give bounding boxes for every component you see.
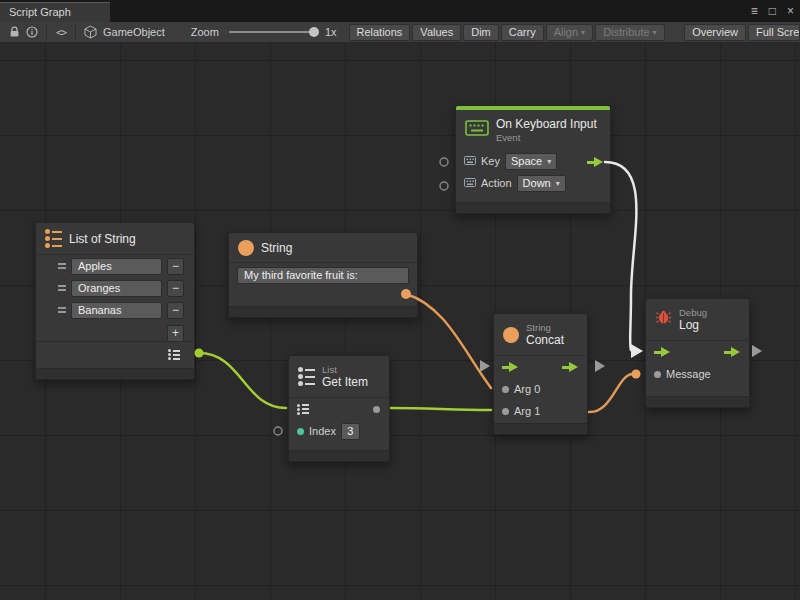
zoom-value: 1x — [325, 26, 337, 38]
item-output-port[interactable] — [373, 406, 380, 413]
arg0-input-row: Arg 0 — [494, 378, 587, 400]
tab-bar: Script Graph ≡ □ × — [0, 0, 800, 22]
list-type-icon — [168, 349, 180, 360]
zoom-label: Zoom — [191, 26, 219, 38]
fullscreen-button[interactable]: Full Screen — [748, 24, 800, 41]
list-type-icon — [297, 404, 309, 415]
distribute-button-label: Distribute — [603, 26, 649, 38]
node-title: List of String — [69, 232, 136, 246]
values-button[interactable]: Values — [412, 24, 461, 41]
arg1-input-row: Arg 1 — [494, 400, 587, 422]
align-button-label: Align — [554, 26, 578, 38]
add-item-button[interactable]: + — [167, 325, 184, 342]
chevron-down-icon: ▾ — [556, 179, 560, 188]
list-output-row — [36, 341, 194, 367]
flow-output-port[interactable] — [587, 157, 604, 168]
key-dropdown-value: Space — [511, 155, 542, 167]
node-footer — [36, 368, 194, 379]
node-category: Debug — [679, 307, 707, 318]
string-type-icon — [503, 327, 519, 343]
node-category: String — [526, 322, 564, 333]
arg0-input-port[interactable] — [502, 386, 509, 393]
node-title: On Keyboard Input — [496, 117, 597, 131]
node-title: Concat — [526, 333, 564, 347]
index-input-row: Index 3 — [289, 420, 389, 442]
node-string-literal[interactable]: String My third favorite fruit is: — [228, 232, 418, 318]
node-get-item[interactable]: List Get Item Index 3 — [288, 355, 390, 462]
edit-script-icon[interactable]: <> — [52, 24, 70, 40]
zoom-slider[interactable] — [229, 31, 317, 33]
unity-script-graph-window: Script Graph ≡ □ × <> GameObject Zoom 1x… — [0, 0, 800, 600]
chevron-down-icon: ▾ — [581, 28, 585, 37]
node-title: String — [261, 241, 292, 255]
key-dropdown[interactable]: Space ▾ — [505, 153, 557, 170]
remove-item-button[interactable]: − — [167, 302, 184, 319]
message-input-port[interactable] — [654, 371, 661, 378]
toolbar-separator — [75, 25, 76, 39]
unity-cube-icon — [81, 24, 99, 40]
pane-menu-icon[interactable]: ≡ — [751, 3, 758, 19]
action-dropdown-value: Down — [523, 177, 551, 189]
align-button[interactable]: Align ▾ — [546, 24, 593, 41]
info-icon[interactable] — [23, 24, 41, 40]
toolbar-separator — [46, 25, 47, 39]
tab-title: Script Graph — [9, 6, 71, 18]
index-input-port[interactable] — [297, 428, 304, 435]
node-on-keyboard-input[interactable]: On Keyboard Input Event Key Space ▾ Acti… — [455, 105, 611, 214]
graph-toolbar: <> GameObject Zoom 1x Relations Values D… — [0, 22, 800, 43]
node-footer — [456, 202, 610, 213]
remove-item-button[interactable]: − — [167, 258, 184, 275]
list-item-field[interactable]: Apples — [71, 258, 162, 275]
overview-button[interactable]: Overview — [684, 24, 746, 41]
flow-row — [494, 356, 587, 378]
node-title: Log — [679, 318, 707, 332]
arg1-input-port[interactable] — [502, 408, 509, 415]
list-item-row: Bananas − — [36, 299, 194, 321]
dim-button[interactable]: Dim — [463, 24, 499, 41]
tab-script-graph[interactable]: Script Graph — [0, 2, 110, 22]
close-icon[interactable]: × — [787, 3, 794, 19]
carry-button[interactable]: Carry — [501, 24, 544, 41]
chevron-down-icon: ▾ — [547, 157, 551, 166]
node-category: List — [322, 364, 368, 375]
index-label: Index — [309, 425, 336, 437]
node-footer — [289, 450, 389, 461]
action-dropdown[interactable]: Down ▾ — [517, 175, 566, 192]
zoom-slider-knob[interactable] — [309, 27, 319, 37]
flow-input-port[interactable] — [654, 347, 671, 358]
remove-item-button[interactable]: − — [167, 280, 184, 297]
arg0-label: Arg 0 — [514, 383, 540, 395]
list-item-field[interactable]: Oranges — [71, 280, 162, 297]
string-value-field[interactable]: My third favorite fruit is: — [237, 267, 409, 284]
relations-button[interactable]: Relations — [349, 24, 411, 41]
node-list-of-string[interactable]: List of String Apples − Oranges − Banana… — [35, 222, 195, 380]
index-value-field[interactable]: 3 — [341, 423, 360, 440]
node-subtitle: Event — [496, 132, 597, 143]
node-debug-log[interactable]: Debug Log Message — [645, 298, 750, 408]
node-footer — [229, 306, 417, 317]
bug-icon — [655, 309, 672, 330]
list-item-row: Oranges − — [36, 277, 194, 299]
action-port-label: Action — [481, 177, 512, 189]
message-input-row: Message — [646, 363, 749, 385]
drag-handle-icon[interactable] — [58, 285, 66, 291]
list-item-row: Apples − — [36, 255, 194, 277]
drag-handle-icon[interactable] — [58, 307, 66, 313]
flow-row — [646, 341, 749, 363]
distribute-button[interactable]: Distribute ▾ — [595, 24, 664, 41]
action-type-icon — [464, 177, 476, 189]
flow-input-port[interactable] — [502, 362, 519, 373]
flow-output-port[interactable] — [724, 347, 741, 358]
list-icon — [45, 229, 62, 248]
action-port-row: Action Down ▾ — [456, 172, 610, 194]
lock-icon[interactable] — [5, 24, 23, 40]
maximize-icon[interactable]: □ — [769, 3, 776, 19]
flow-output-port[interactable] — [562, 362, 579, 373]
list-item-field[interactable]: Bananas — [71, 302, 162, 319]
gameobject-selector[interactable]: GameObject — [103, 26, 165, 38]
drag-handle-icon[interactable] — [58, 263, 66, 269]
arg1-label: Arg 1 — [514, 405, 540, 417]
node-concat[interactable]: String Concat Arg 0 Arg 1 — [493, 313, 588, 435]
node-footer — [646, 396, 749, 407]
key-type-icon — [464, 155, 476, 167]
